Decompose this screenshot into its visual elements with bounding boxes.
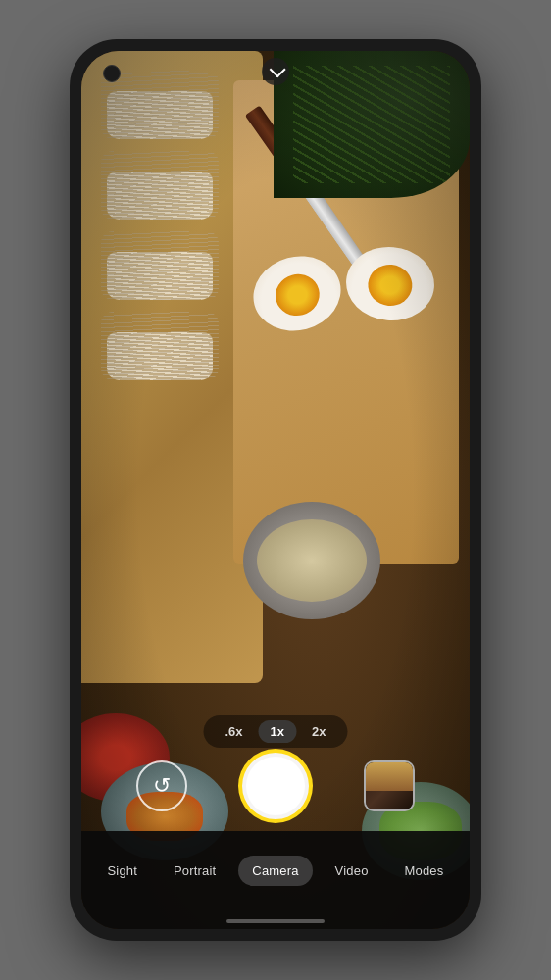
- noodle-group: [91, 61, 248, 631]
- rotate-camera-button[interactable]: ↺: [136, 760, 187, 811]
- bottom-nav: Sight Portrait Camera Video Modes: [81, 831, 470, 929]
- noodle-bundle-2: [101, 151, 219, 220]
- status-bar: [81, 51, 470, 86]
- zoom-1x-button[interactable]: 1x: [259, 720, 296, 743]
- chevron-down-icon[interactable]: [262, 58, 289, 85]
- noodle-bundle-3: [101, 231, 219, 300]
- last-photo-thumbnail[interactable]: [364, 760, 415, 811]
- zoom-0.6x-button[interactable]: .6x: [213, 720, 254, 743]
- camera-controls: ↺: [81, 749, 470, 823]
- noodle-bundle-4: [101, 312, 219, 380]
- nav-label-video: Video: [335, 863, 369, 878]
- nav-label-camera: Camera: [252, 863, 298, 878]
- nav-item-portrait[interactable]: Portrait: [160, 856, 230, 886]
- zoom-2x-button[interactable]: 2x: [300, 720, 337, 743]
- thumbnail-image: [366, 762, 413, 809]
- nav-label-portrait: Portrait: [174, 863, 217, 878]
- phone-inner: .6x 1x 2x ↺ Sight Portrait Camera: [81, 51, 470, 929]
- bowl-sesame: [243, 502, 380, 619]
- zoom-controls: .6x 1x 2x: [203, 715, 347, 748]
- nav-label-night-sight: Sight: [107, 863, 137, 878]
- home-indicator: [226, 919, 325, 923]
- nav-item-night-sight[interactable]: Sight: [93, 856, 151, 886]
- nav-item-camera[interactable]: Camera: [238, 856, 312, 886]
- front-camera-dot: [103, 65, 121, 82]
- rotate-icon: ↺: [153, 773, 171, 799]
- shutter-button[interactable]: [238, 749, 313, 823]
- nav-item-video[interactable]: Video: [322, 856, 382, 886]
- phone-frame: .6x 1x 2x ↺ Sight Portrait Camera: [70, 39, 481, 941]
- nav-item-modes[interactable]: Modes: [390, 856, 457, 886]
- nav-label-modes: Modes: [404, 863, 443, 878]
